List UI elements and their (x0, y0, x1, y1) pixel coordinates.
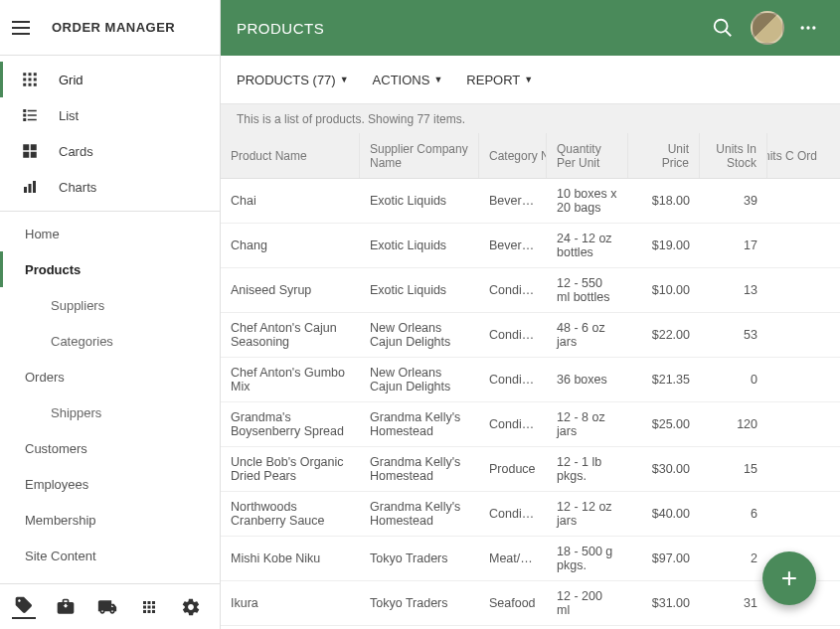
nav-site-content[interactable]: Site Content (0, 538, 220, 573)
table-row[interactable]: ChaiExotic LiquidsBeverag...10 boxes x 2… (221, 179, 840, 224)
sidebar: ORDER MANAGER GridListCardsCharts HomePr… (0, 0, 221, 629)
toolbar: PRODUCTS (77)▼ ACTIONS▼ REPORT▼ (221, 56, 840, 103)
svg-rect-3 (23, 79, 26, 81)
cell-category: Seafood (479, 588, 547, 618)
cell-price: $31.00 (628, 588, 700, 618)
svg-rect-14 (28, 119, 37, 121)
nav-shippers[interactable]: Shippers (0, 394, 220, 430)
actions-dropdown[interactable]: ACTIONS▼ (373, 73, 443, 87)
table-row[interactable]: Uncle Bob's Organic Dried PearsGrandma K… (221, 447, 840, 492)
apps-icon[interactable] (137, 595, 161, 619)
data-grid: Product Name Supplier Company Name Categ… (221, 133, 840, 629)
view-label: Grid (59, 73, 84, 87)
cell-supplier: Exotic Liquids (360, 231, 479, 260)
cell-name: Chang (221, 231, 360, 260)
products-dropdown-label: PRODUCTS (77) (237, 73, 336, 87)
cell-order (767, 282, 827, 298)
svg-rect-10 (28, 110, 37, 112)
table-body[interactable]: ChaiExotic LiquidsBeverag...10 boxes x 2… (221, 179, 840, 629)
truck-icon[interactable] (95, 595, 119, 619)
table-row[interactable]: Mishi Kobe NikuTokyo TradersMeat/P...18 … (221, 537, 840, 581)
menu-icon[interactable] (12, 16, 36, 40)
cell-category: Condim... (479, 365, 547, 394)
more-icon[interactable] (792, 12, 824, 44)
briefcase-icon[interactable] (54, 595, 78, 619)
nav-orders[interactable]: Orders (0, 359, 220, 394)
cell-supplier: Tokyo Traders (360, 544, 479, 573)
page-title: PRODUCTS (237, 20, 699, 37)
cell-name: Chai (221, 186, 360, 216)
table-row[interactable]: Chef Anton's Gumbo MixNew Orleans Cajun … (221, 358, 840, 402)
svg-rect-9 (23, 109, 26, 112)
cell-name: Aniseed Syrup (221, 275, 360, 305)
nav-suppliers[interactable]: Suppliers (0, 287, 220, 323)
col-product-name[interactable]: Product Name (221, 133, 360, 178)
svg-rect-7 (29, 83, 32, 86)
view-label: Cards (59, 144, 93, 159)
grid-icon (19, 69, 41, 90)
tag-icon[interactable] (12, 595, 36, 619)
cell-category: Condim... (479, 275, 547, 305)
gear-icon[interactable] (179, 595, 203, 619)
cell-qty: 48 - 6 oz jars (547, 313, 628, 357)
table-row[interactable]: Grandma's Boysenberry SpreadGrandma Kell… (221, 402, 840, 447)
svg-rect-21 (33, 181, 36, 193)
cell-supplier: Grandma Kelly's Homestead (360, 492, 479, 536)
nav-employees[interactable]: Employees (0, 466, 220, 502)
search-icon[interactable] (707, 12, 739, 44)
svg-rect-11 (23, 114, 26, 117)
table-row[interactable]: Chef Anton's Cajun SeasoningNew Orleans … (221, 313, 840, 358)
view-charts[interactable]: Charts (0, 169, 220, 205)
cell-name: Chef Anton's Cajun Seasoning (221, 313, 360, 357)
svg-rect-13 (23, 118, 26, 121)
svg-rect-16 (31, 144, 37, 150)
svg-rect-4 (29, 79, 32, 81)
cell-qty: 36 boxes (547, 365, 628, 394)
table-row[interactable]: IkuraTokyo TradersSeafood12 - 200 ml$31.… (221, 581, 840, 626)
products-dropdown[interactable]: PRODUCTS (77)▼ (237, 73, 349, 87)
cell-qty: 12 - 550 ml bottles (547, 268, 628, 312)
cell-stock: 13 (700, 275, 767, 305)
nav-customers[interactable]: Customers (0, 430, 220, 466)
svg-rect-12 (28, 114, 37, 116)
cell-name: Grandma's Boysenberry Spread (221, 402, 360, 446)
col-quantity[interactable]: Quantity Per Unit (547, 133, 628, 178)
nav-membership[interactable]: Membership (0, 502, 220, 538)
cell-stock: 39 (700, 186, 767, 216)
actions-dropdown-label: ACTIONS (373, 73, 430, 87)
col-supplier[interactable]: Supplier Company Name (360, 133, 479, 178)
cell-qty: 24 - 12 oz bottles (547, 224, 628, 267)
cell-stock: 120 (700, 409, 767, 439)
cell-stock: 6 (700, 499, 767, 529)
cell-category: Beverag... (479, 186, 547, 216)
svg-point-25 (806, 26, 809, 29)
svg-point-24 (801, 26, 804, 29)
cell-price: $10.00 (628, 275, 700, 305)
cell-price: $40.00 (628, 499, 700, 529)
svg-rect-18 (31, 152, 37, 158)
table-row[interactable]: ChangExotic LiquidsBeverag...24 - 12 oz … (221, 224, 840, 268)
view-list[interactable]: List (0, 97, 220, 133)
plus-icon: + (781, 562, 797, 594)
nav-home[interactable]: Home (0, 216, 220, 251)
cell-qty: 12 - 8 oz jars (547, 402, 628, 446)
col-unit-price[interactable]: Unit Price (628, 133, 700, 178)
col-units-stock[interactable]: Units In Stock (700, 133, 767, 178)
add-button[interactable]: + (762, 551, 816, 605)
avatar[interactable] (751, 11, 784, 45)
svg-rect-20 (29, 184, 32, 193)
cell-price: $18.00 (628, 186, 700, 216)
cell-stock: 15 (700, 454, 767, 484)
nav-categories[interactable]: Categories (0, 323, 220, 359)
report-dropdown[interactable]: REPORT▼ (466, 73, 533, 87)
nav-products[interactable]: Products (0, 251, 220, 287)
table-row[interactable]: Northwoods Cranberry SauceGrandma Kelly'… (221, 492, 840, 537)
view-cards[interactable]: Cards (0, 133, 220, 169)
svg-rect-1 (29, 73, 32, 76)
cell-category: Condim... (479, 499, 547, 529)
view-grid[interactable]: Grid (0, 62, 220, 97)
col-category[interactable]: Category Name (479, 133, 547, 178)
col-units-order[interactable]: Units C Ord (767, 133, 827, 178)
table-row[interactable]: Aniseed SyrupExotic LiquidsCondim...12 -… (221, 268, 840, 313)
cell-price: $19.00 (628, 231, 700, 260)
